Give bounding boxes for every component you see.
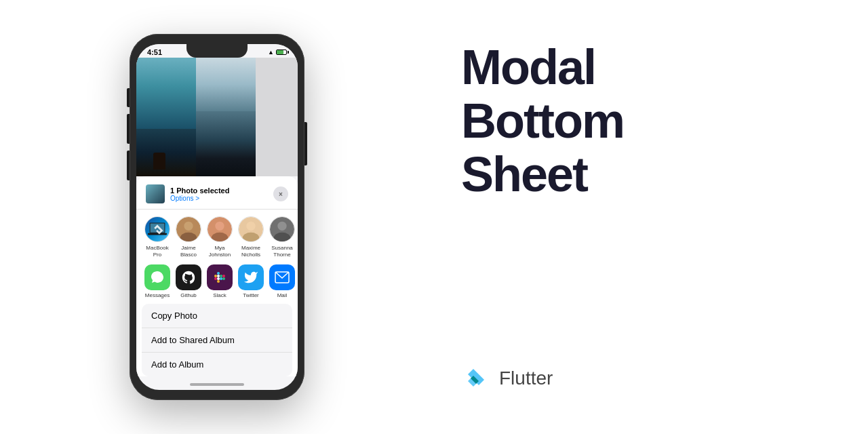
person-item-macbook[interactable]: MacBook Pro bbox=[142, 216, 173, 258]
svg-rect-17 bbox=[214, 275, 217, 277]
slack-icon bbox=[207, 264, 233, 290]
mya-avatar bbox=[208, 217, 232, 241]
battery-fill bbox=[277, 50, 283, 54]
person-item-susanna[interactable]: Susanna Thorne bbox=[267, 216, 298, 258]
person-avatar-mya bbox=[207, 216, 233, 242]
person-name-mya: Mya Johnston bbox=[204, 245, 235, 258]
app-name-messages: Messages bbox=[145, 292, 170, 298]
svg-rect-23 bbox=[220, 275, 222, 277]
svg-rect-25 bbox=[222, 275, 225, 277]
macbook-icon bbox=[145, 217, 170, 241]
photo-right bbox=[196, 58, 256, 176]
action-list: Copy Photo Add to Shared Album Add to Al… bbox=[142, 304, 292, 376]
app-name-mail: Mail bbox=[277, 292, 288, 298]
svg-rect-20 bbox=[217, 275, 220, 277]
bottom-sheet: 1 Photo selected Options > × bbox=[136, 176, 298, 376]
app-item-github[interactable]: Github bbox=[173, 264, 204, 298]
action-copy-photo[interactable]: Copy Photo bbox=[142, 304, 292, 328]
maxime-avatar bbox=[239, 217, 263, 241]
svg-point-9 bbox=[215, 222, 224, 231]
person-avatar-jaime bbox=[176, 216, 201, 242]
wifi-icon: ▲ bbox=[268, 49, 274, 56]
battery-icon bbox=[276, 50, 287, 55]
svg-point-6 bbox=[184, 222, 193, 231]
volume-silent-button bbox=[127, 88, 130, 107]
github-icon bbox=[176, 264, 201, 290]
share-title: 1 Photo selected bbox=[170, 186, 229, 195]
share-header-left: 1 Photo selected Options > bbox=[146, 184, 229, 203]
people-row: MacBook Pro Jaime Blasco bbox=[136, 210, 298, 260]
github-svg bbox=[181, 270, 196, 285]
app-item-slack[interactable]: Slack bbox=[204, 264, 235, 298]
person-item-jaime[interactable]: Jaime Blasco bbox=[173, 216, 204, 258]
photo-empty bbox=[256, 58, 298, 176]
photos-area bbox=[136, 58, 298, 176]
mail-icon bbox=[269, 264, 295, 290]
person-name-susanna: Susanna Thorne bbox=[267, 245, 298, 258]
share-header: 1 Photo selected Options > × bbox=[136, 176, 298, 210]
svg-rect-22 bbox=[217, 280, 220, 283]
volume-up-button bbox=[127, 114, 130, 144]
slack-svg bbox=[213, 271, 226, 284]
svg-rect-18 bbox=[214, 277, 217, 280]
action-add-shared-album[interactable]: Add to Shared Album bbox=[142, 328, 292, 353]
main-title: Modal Bottom Sheet bbox=[461, 41, 814, 202]
person-avatar-susanna bbox=[269, 216, 295, 242]
volume-down-button bbox=[127, 151, 130, 180]
svg-point-15 bbox=[277, 222, 286, 231]
left-section: 4:51 ▲ bbox=[0, 0, 434, 434]
person-item-maxime[interactable]: Maxime Nicholls bbox=[235, 216, 267, 258]
person-name-maxime: Maxime Nicholls bbox=[235, 245, 267, 258]
svg-rect-3 bbox=[148, 233, 167, 235]
apps-row: Messages Github bbox=[136, 260, 298, 301]
messages-icon bbox=[144, 264, 170, 290]
twitter-svg bbox=[243, 270, 258, 285]
flutter-label: Flutter bbox=[499, 368, 553, 389]
photo-left bbox=[136, 58, 196, 176]
person-item-mya[interactable]: Mya Johnston bbox=[204, 216, 235, 258]
app-name-slack: Slack bbox=[213, 292, 226, 298]
action-add-album[interactable]: Add to Album bbox=[142, 353, 292, 376]
right-section: Modal Bottom Sheet Flutter bbox=[434, 0, 868, 434]
app-name-twitter: Twitter bbox=[243, 292, 259, 298]
notch bbox=[186, 44, 248, 58]
twitter-icon bbox=[238, 264, 264, 290]
home-indicator bbox=[190, 383, 244, 386]
person-avatar-macbook bbox=[144, 216, 170, 242]
flutter-badge: Flutter bbox=[461, 363, 814, 393]
status-icons: ▲ bbox=[268, 49, 287, 56]
svg-point-12 bbox=[246, 222, 255, 231]
app-name-github: Github bbox=[180, 292, 197, 298]
app-item-messages[interactable]: Messages bbox=[142, 264, 173, 298]
title-line2: Bottom bbox=[461, 94, 814, 148]
susanna-avatar bbox=[270, 217, 294, 241]
person-name-macbook: MacBook Pro bbox=[142, 245, 173, 258]
share-options-link[interactable]: Options > bbox=[170, 195, 229, 202]
title-line3: Sheet bbox=[461, 148, 814, 201]
share-thumbnail bbox=[146, 184, 165, 203]
status-time: 4:51 bbox=[147, 48, 162, 56]
svg-rect-26 bbox=[222, 277, 225, 280]
phone-frame: 4:51 ▲ bbox=[130, 34, 304, 400]
power-button bbox=[304, 122, 307, 165]
share-title-group: 1 Photo selected Options > bbox=[170, 186, 229, 202]
svg-rect-21 bbox=[217, 277, 220, 280]
app-item-twitter[interactable]: Twitter bbox=[235, 264, 267, 298]
jaime-avatar bbox=[176, 217, 201, 241]
close-button[interactable]: × bbox=[273, 186, 288, 201]
person-name-jaime: Jaime Blasco bbox=[173, 245, 204, 258]
phone-screen: 4:51 ▲ bbox=[136, 44, 298, 390]
app-item-mail[interactable]: Mail bbox=[267, 264, 298, 298]
messages-svg bbox=[150, 270, 165, 285]
svg-rect-24 bbox=[220, 277, 222, 280]
svg-rect-19 bbox=[217, 272, 220, 275]
title-line1: Modal bbox=[461, 41, 814, 94]
mail-svg bbox=[275, 271, 290, 283]
person-avatar-maxime bbox=[238, 216, 264, 242]
flutter-logo bbox=[461, 363, 491, 393]
